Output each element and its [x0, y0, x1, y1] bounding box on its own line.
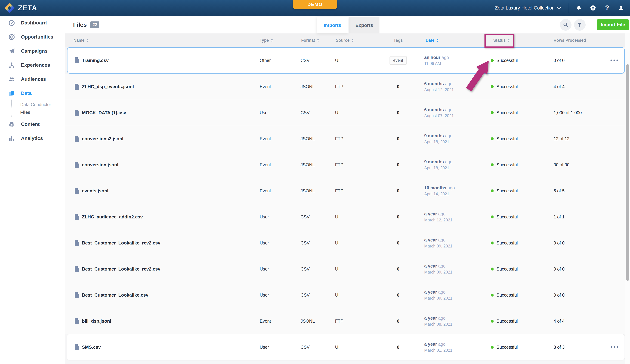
table-row[interactable]: MOCK_DATA (1).csv User CSV UI 0 6 months… — [65, 100, 625, 126]
sidebar-item-analytics[interactable]: Analytics — [0, 131, 65, 145]
sidebar-item-experiences[interactable]: Experiences — [0, 58, 65, 72]
sort-icon — [270, 39, 273, 42]
table-row[interactable]: bill_dsp.jsonl Event JSONL FTP 0 a year … — [65, 308, 625, 334]
file-name[interactable]: Best_Customer_Lookalike_rev2.csv — [82, 240, 160, 246]
search-icon — [563, 22, 568, 27]
cell-tags: 0 — [379, 292, 418, 298]
column-header-format[interactable]: Format — [298, 38, 333, 43]
cell-date: a year ago March 09, 2021 — [418, 264, 488, 275]
account-switcher[interactable]: Zeta Luxury Hotel Collection — [495, 5, 561, 11]
sidebar-item-label: Campaigns — [21, 48, 48, 54]
file-icon — [74, 214, 80, 220]
column-header-date[interactable]: Date — [418, 38, 488, 43]
tag-count: 0 — [397, 162, 400, 167]
sidebar-item-dashboard[interactable]: Dashboard — [0, 16, 65, 30]
date-detail: March 01, 2021 — [424, 348, 488, 353]
import-file-button[interactable]: Import File — [597, 19, 629, 30]
user-icon[interactable] — [618, 4, 625, 11]
documents-icon — [8, 90, 15, 97]
cell-rows-processed: 0 of 0 — [552, 58, 604, 63]
row-menu-icon[interactable] — [610, 59, 618, 61]
tag-pill[interactable]: event — [390, 56, 407, 65]
cell-status: Successful — [488, 319, 552, 324]
file-name[interactable]: Best_Customer_Lookalike_rev2.csv — [82, 266, 160, 272]
search-button[interactable] — [560, 19, 572, 31]
file-name[interactable]: Training.csv — [82, 58, 109, 63]
gauge-icon — [8, 20, 15, 26]
file-name[interactable]: ZLHC_dsp_events.jsonl — [82, 84, 134, 89]
sidebar-item-opportunities[interactable]: Opportunities — [0, 30, 65, 44]
cell-tags: 0 — [379, 214, 418, 220]
sidebar-item-campaigns[interactable]: Campaigns — [0, 44, 65, 58]
table-row[interactable]: Best_Customer_Lookalike_rev2.csv User CS… — [65, 256, 625, 282]
date-relative: 6 months — [424, 107, 444, 112]
cell-source: FTP — [333, 162, 379, 167]
scrollbar-track[interactable] — [625, 33, 630, 364]
zeta-logo[interactable]: ZETA — [4, 2, 37, 13]
cell-actions — [604, 85, 625, 88]
column-header-type[interactable]: Type — [258, 38, 298, 43]
sidebar-item-data[interactable]: Data — [0, 86, 65, 100]
row-menu-icon[interactable] — [610, 346, 618, 348]
table-row[interactable]: ZLHC_dsp_events.jsonl Event JSONL FTP 0 … — [65, 73, 625, 100]
file-name[interactable]: conversion.jsonl — [82, 162, 118, 168]
cell-source: UI — [333, 240, 379, 246]
cell-source: UI — [333, 110, 379, 115]
sidebar-item-files[interactable]: Files — [0, 108, 65, 116]
cell-name: conversions2.jsonl — [68, 136, 258, 142]
sort-icon — [436, 39, 439, 42]
file-name[interactable]: bill_dsp.jsonl — [82, 319, 111, 324]
file-name[interactable]: events.jsonl — [82, 188, 108, 194]
table-row[interactable]: ZLHC_audience_addin2.csv User CSV UI 0 a… — [65, 204, 625, 230]
file-icon — [74, 318, 80, 324]
file-name[interactable]: conversions2.jsonl — [82, 136, 124, 141]
file-icon — [74, 57, 80, 63]
tab-imports[interactable]: Imports — [317, 17, 348, 33]
cell-status: Successful — [488, 110, 552, 115]
date-relative: a year — [424, 316, 437, 321]
bell-icon[interactable] — [576, 4, 582, 11]
column-header-source[interactable]: Source — [333, 38, 379, 43]
sidebar-item-content[interactable]: Content — [0, 117, 65, 131]
file-name[interactable]: Best_Customer_Lookalike.csv — [82, 292, 148, 298]
date-ago: ago — [438, 264, 446, 268]
column-header-status[interactable]: Status — [488, 38, 552, 43]
cell-rows-processed: 0 of 0 — [552, 267, 604, 272]
filter-button[interactable] — [574, 19, 586, 31]
file-icon — [74, 188, 80, 194]
cell-date: an hour ago 11:06 AM — [418, 55, 488, 66]
cell-format: JSONL — [298, 188, 333, 193]
cell-tags: 0 — [379, 136, 418, 141]
date-detail: August 12, 2021 — [424, 87, 488, 92]
gear-icon[interactable] — [590, 4, 596, 11]
table-row[interactable]: conversions2.jsonl Event JSONL FTP 0 9 m… — [65, 126, 625, 152]
help-icon[interactable]: ? — [604, 4, 610, 11]
cell-tags: event — [379, 56, 418, 65]
sidebar-item-data-conductor[interactable]: Data Conductor — [0, 101, 65, 108]
sidebar-item-audiences[interactable]: Audiences — [0, 72, 65, 86]
cell-format: JSONL — [298, 319, 333, 324]
paper-plane-icon — [8, 48, 15, 54]
file-name[interactable]: ZLHC_audience_addin2.csv — [82, 214, 143, 220]
cell-date: 6 months ago August 12, 2021 — [418, 81, 488, 92]
tab-exports[interactable]: Exports — [349, 17, 380, 33]
table-row[interactable]: SMS.csv User CSV UI 0 a year ago March 0… — [67, 334, 625, 360]
cell-source: FTP — [333, 136, 379, 141]
date-relative: 9 months — [424, 159, 444, 164]
table-row[interactable]: Best_Customer_Lookalike.csv User CSV UI … — [65, 282, 625, 308]
column-header-name[interactable]: Name — [68, 38, 258, 43]
table-row[interactable]: events.jsonl Event JSONL FTP 0 10 months… — [65, 178, 625, 204]
files-count-badge: 22 — [90, 21, 99, 28]
top-nav: ZETA DEMO Zeta Luxury Hotel Collection — [0, 0, 630, 16]
cell-tags: 0 — [379, 319, 418, 324]
cell-actions — [604, 346, 624, 348]
scrollbar-thumb[interactable] — [626, 64, 629, 281]
file-name[interactable]: SMS.csv — [82, 345, 101, 350]
file-name[interactable]: MOCK_DATA (1).csv — [82, 110, 126, 115]
table-row[interactable]: conversion.jsonl Event JSONL FTP 0 9 mon… — [65, 152, 625, 178]
tag-count: 0 — [397, 292, 400, 298]
table-row[interactable]: Training.csv Other CSV UI event an hour … — [67, 47, 625, 73]
date-relative: a year — [424, 290, 437, 295]
date-ago: ago — [438, 211, 446, 216]
table-row[interactable]: Best_Customer_Lookalike_rev2.csv User CS… — [65, 230, 625, 256]
